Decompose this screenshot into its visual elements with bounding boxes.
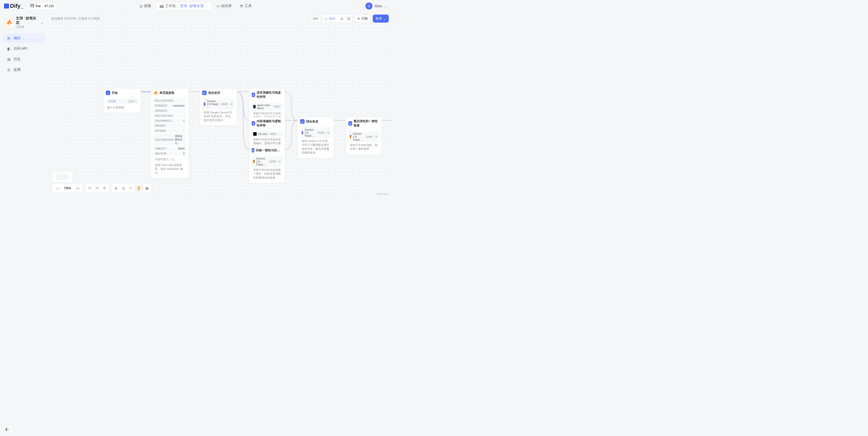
model-selector[interactable]: qwen-max-latest CHAT <box>252 103 283 111</box>
param-row: PROMPT <box>153 124 186 128</box>
run-button[interactable]: ▷ 运行 <box>323 15 338 22</box>
hand-icon: ✋ <box>137 187 141 190</box>
pointer-tool[interactable]: ↖ <box>128 185 134 192</box>
user-menu[interactable]: G Gino ⌄ <box>366 2 387 9</box>
redo-icon: ↷ <box>96 187 98 190</box>
gear-icon[interactable]: ⚙ <box>327 131 330 134</box>
checklist-button[interactable]: ☲ <box>345 15 352 22</box>
vertex-icon <box>350 135 351 138</box>
grid-icon: ▦ <box>146 187 149 190</box>
chevron-down-icon: ⌄ <box>205 4 208 8</box>
sidebar: 🔥 文润 · 妙笔生花 工作流 ⌄ ⊞ 编排 ◧ 访问 API ▤ 日志 ◎ 监… <box>0 12 49 196</box>
canvas-toolbar: −⌕ 70% ⌕+ ↶ ↷ ⟲ ⊕ ◫ ↖ ✋ ▦ <box>52 183 152 193</box>
sidebar-item-label: 编排 <box>13 36 21 40</box>
add-node-button[interactable]: ⊕ <box>113 185 120 192</box>
layout-icon: ⊞ <box>6 36 11 40</box>
nav-center: ◎ 探索 🤖 工作室 / 文润 · 妙笔生花 ⌄ ▭ 知识库 ⚒ 工具 <box>136 2 255 10</box>
github-count: 67,210 <box>42 4 54 8</box>
openai-icon <box>253 132 257 136</box>
llm-icon: ◇ <box>202 91 207 95</box>
robot-icon: 🤖 <box>159 4 164 8</box>
node-rewrite[interactable]: ◇初步改写 Gemini 2.0 Flash ... CHAT ⚙ 使用 Goo… <box>199 88 237 126</box>
gear-icon[interactable]: ⚙ <box>230 103 233 106</box>
node-improve[interactable]: ◇综合改进 Gemini 2.0 Flash ... CHAT ⚙ 使用 Gem… <box>298 117 334 159</box>
param-row: FORMATSmarkdown <box>153 104 186 108</box>
history-icon: ⟲ <box>103 187 106 190</box>
nav-knowledge[interactable]: ▭ 知识库 <box>214 2 235 10</box>
publish-button[interactable]: 发布 ⌄ <box>373 14 389 23</box>
node-description: 使用 FireCrawl 抓取页面，返回 markdown 格式 <box>153 162 186 176</box>
history-button[interactable]: ⟲ <box>101 185 108 192</box>
list-icon: ☲ <box>347 17 350 21</box>
param-row: SYSTEMPROM...提取该网页的主... <box>153 134 186 146</box>
app-title: 文润 · 妙笔生花 <box>16 16 38 25</box>
undo-button[interactable]: ↶ <box>86 185 93 192</box>
features-button[interactable]: ✦ 功能 <box>354 14 371 23</box>
nav-explore[interactable]: ◎ 探索 <box>136 2 154 10</box>
llm-icon: ◇ <box>348 121 352 126</box>
gear-icon[interactable]: ⚙ <box>375 135 378 138</box>
undo-icon: ↶ <box>88 187 91 190</box>
node-style[interactable]: ◇风格一致性与目标读者适配性评 Gemini 2.0 Flash ... CHA… <box>249 146 285 183</box>
model-selector[interactable]: o3-mini CHAT <box>252 131 283 137</box>
llm-icon: ◇ <box>252 121 255 126</box>
organize-button[interactable]: ▦ <box>144 185 150 192</box>
github-icon <box>30 4 34 8</box>
chevron-down-icon: ⌄ <box>383 17 386 21</box>
node-scrape[interactable]: 🔥单页面抓取 EXCLUDETAGSFORMATSmarkdownHEADERS… <box>151 88 189 179</box>
model-selector[interactable]: Gemini 2.0 Flash ... CHAT ⚙ <box>202 99 234 110</box>
canvas-topbar: 自动保存 13:24:44 · 已发布 4 小时前 ENV ▷ 运行 ◷ ☲ ✦… <box>51 14 389 23</box>
zoom-level[interactable]: 70% <box>62 185 73 192</box>
plus-circle-icon: ⊕ <box>115 187 118 190</box>
compass-icon: ◎ <box>140 4 143 8</box>
nav-tools[interactable]: ⚒ 工具 <box>237 2 255 10</box>
chevron-down-icon: ⌄ <box>40 20 44 25</box>
llm-icon: ◇ <box>300 119 305 124</box>
llm-icon: ◇ <box>252 93 255 97</box>
nav-workspace[interactable]: 🤖 工作室 / 文润 · 妙笔生花 ⌄ <box>156 2 212 10</box>
cursor-icon: ↖ <box>130 187 132 190</box>
schedule-button[interactable]: ◷ <box>338 15 345 22</box>
param-row: INCLUDETAGS <box>153 114 186 118</box>
hand-tool[interactable]: ✋ <box>135 185 143 192</box>
node-start[interactable]: ⌂开始 (x)url 必填 ⓘ 输入文章链接 <box>103 88 141 113</box>
param-row: TIMEOUT30000 <box>153 146 186 151</box>
model-selector[interactable]: Gemini 2.0 Flash ... CHAT ⚙ <box>348 131 379 142</box>
zoom-out-button[interactable]: −⌕ <box>54 185 62 192</box>
log-icon: ▤ <box>6 57 11 61</box>
hammer-icon: ⚒ <box>240 4 243 8</box>
param-row: SCHEMA <box>153 129 186 133</box>
node-polish[interactable]: ◇最后润色和一致性检查 Gemini 2.0 Flash ... CHAT ⚙ … <box>346 117 382 155</box>
workflow-canvas[interactable]: 自动保存 13:24:44 · 已发布 4 小时前 ENV ▷ 运行 ◷ ☲ ✦… <box>49 12 391 196</box>
variable-badge: (x)url <box>107 99 117 103</box>
app-subtitle: 工作流 <box>16 25 38 29</box>
gear-icon[interactable]: ⚙ <box>279 160 281 163</box>
github-star-button[interactable]: Star 67,210 <box>28 3 57 9</box>
sidebar-item-logs[interactable]: ▤ 日志 <box>3 55 45 64</box>
app-switcher[interactable]: 🔥 文润 · 妙笔生花 工作流 ⌄ <box>3 14 45 30</box>
model-selector[interactable]: Gemini 2.0 Flash ... CHAT ⚙ <box>252 156 283 167</box>
gemini-icon <box>302 131 303 134</box>
model-selector[interactable]: Gemini 2.0 Flash ... CHAT ⚙ <box>300 127 331 138</box>
redo-button[interactable]: ↷ <box>94 185 100 192</box>
monitor-icon: ◎ <box>6 68 11 72</box>
sidebar-item-label: 日志 <box>13 57 21 62</box>
sidebar-item-orchestrate[interactable]: ⊞ 编排 <box>3 33 45 43</box>
zoom-in-button[interactable]: ⌕+ <box>73 185 82 192</box>
llm-icon: ◇ <box>252 148 254 153</box>
add-note-button[interactable]: ◫ <box>120 185 127 192</box>
clock-icon: ◷ <box>340 17 343 21</box>
minimap[interactable] <box>52 171 73 182</box>
sidebar-item-monitor[interactable]: ◎ 监测 <box>3 65 45 74</box>
qwen-icon <box>253 105 256 108</box>
param-row: EXCLUDETAGS <box>153 99 186 103</box>
brand-text: Dify_ <box>10 3 24 9</box>
zoom-out-icon: −⌕ <box>56 187 60 190</box>
sidebar-item-label: 监测 <box>13 67 21 72</box>
sidebar-item-api[interactable]: ◧ 访问 API <box>3 44 45 54</box>
gemini-icon <box>204 102 206 106</box>
play-icon: ▷ <box>325 17 328 21</box>
env-button[interactable]: ENV <box>311 15 320 22</box>
home-icon: ⌂ <box>106 91 110 95</box>
brand-logo[interactable]: Dify_ <box>4 3 24 9</box>
